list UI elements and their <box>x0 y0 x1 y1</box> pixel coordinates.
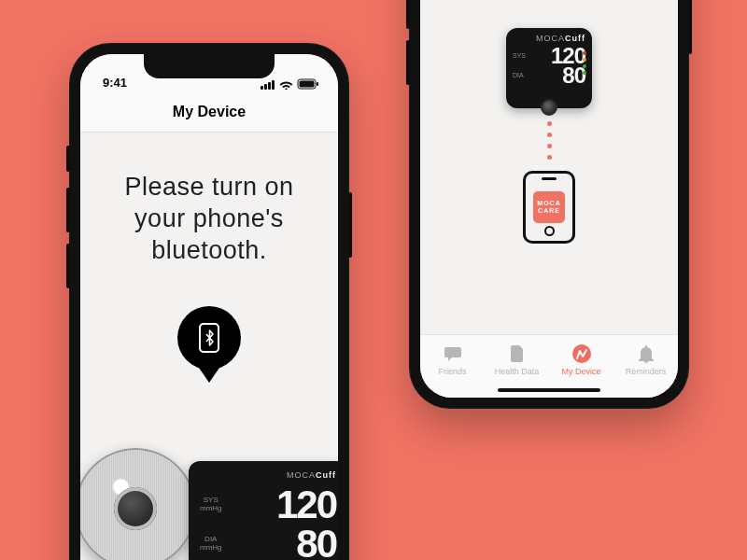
tab-label: Health Data <box>495 367 540 376</box>
tab-friends[interactable]: Friends <box>420 335 485 385</box>
dia-label: DIAmmHg <box>200 536 222 553</box>
cellular-icon <box>261 79 275 90</box>
dia-value: 80 <box>296 526 336 560</box>
nav-title: My Device <box>173 104 246 120</box>
bell-icon <box>636 343 656 364</box>
battery-icon <box>297 78 319 90</box>
wifi-icon <box>279 79 293 90</box>
content-sync-step: Step 3 Syncing in progress. Please keep … <box>420 0 678 334</box>
document-icon <box>507 343 528 364</box>
tab-health-data[interactable]: Health Data <box>485 335 549 385</box>
device-badge-icon <box>571 343 592 364</box>
headline: Please turn on your phone's bluetooth. <box>80 172 338 266</box>
bluetooth-icon <box>204 329 215 346</box>
svg-rect-5 <box>300 81 315 88</box>
content-bluetooth-prompt: Please turn on your phone's bluetooth. <box>80 133 338 560</box>
round-device-illustration <box>80 448 196 560</box>
tab-label: My Device <box>561 367 600 376</box>
svg-rect-2 <box>268 82 271 90</box>
tab-label: Reminders <box>626 367 667 376</box>
sys-label: SYSmmHg <box>200 497 222 513</box>
tab-label: Friends <box>438 367 466 376</box>
sync-illustration: MOCACuff SYS 120 DIA 80 <box>506 28 592 244</box>
sync-dots-icon <box>547 121 552 160</box>
phone-outline-icon <box>199 323 219 353</box>
status-time: 9:41 <box>103 76 127 90</box>
status-indicators <box>261 78 319 90</box>
screen-right: Step 3 Syncing in progress. Please keep … <box>420 0 678 398</box>
svg-rect-0 <box>261 86 263 90</box>
cuff-device-small: MOCACuff SYS 120 DIA 80 <box>506 28 592 108</box>
home-indicator[interactable] <box>498 388 600 392</box>
phone-mock-left: 9:41 My Device Please turn on your phone… <box>69 43 349 560</box>
chat-icon <box>443 343 463 364</box>
svg-rect-1 <box>264 84 267 90</box>
app-tile: MOCA CARE <box>533 191 565 223</box>
tab-reminders[interactable]: Reminders <box>613 335 678 385</box>
svg-rect-3 <box>272 80 275 90</box>
cuff-device-illustration: MOCACuff SYSmmHg 120 DIAmmHg 80 PUL <box>189 461 338 560</box>
phone-target-illustration: MOCA CARE <box>523 171 575 244</box>
sys-value: 120 <box>276 487 336 523</box>
bluetooth-pin <box>177 306 241 383</box>
screen-left: 9:41 My Device Please turn on your phone… <box>80 54 338 560</box>
svg-rect-6 <box>317 82 318 86</box>
phone-mock-right: Step 3 Syncing in progress. Please keep … <box>409 0 689 409</box>
nav-bar: My Device <box>80 91 338 133</box>
tab-my-device[interactable]: My Device <box>549 335 613 385</box>
